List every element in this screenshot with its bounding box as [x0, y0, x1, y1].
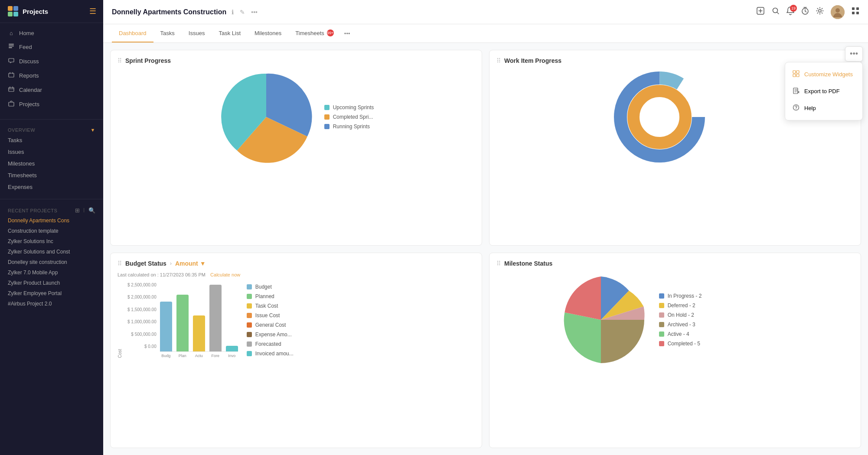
customize-icon	[792, 70, 800, 78]
svg-rect-23	[796, 74, 799, 77]
budget-chart-container: Cost $ 2,500,000.00 $ 2,000,000.00 $ 1,5…	[117, 283, 475, 358]
main-area: Donnelly Apartments Construction ℹ ✎ •••…	[103, 0, 868, 455]
running-dot	[324, 124, 330, 129]
task-cost-dot	[247, 303, 252, 309]
recent-project-zylker-const[interactable]: Zylker Solutions and Const	[0, 247, 103, 257]
overview-toggle[interactable]: ▼	[91, 127, 95, 133]
legend-completed: Completed Spri...	[324, 114, 374, 120]
edit-icon[interactable]: ✎	[239, 8, 246, 16]
more-icon[interactable]: •••	[250, 8, 258, 16]
recent-project-mobile[interactable]: Zylker 7.0 Mobile App	[0, 267, 103, 278]
overview-label: Overview	[8, 127, 35, 133]
drag-handle[interactable]: ⠿	[117, 57, 122, 64]
nav-more[interactable]: •••	[341, 25, 354, 42]
notification-icon[interactable]: 19	[786, 6, 794, 17]
svg-rect-6	[9, 47, 12, 48]
add-icon[interactable]	[756, 6, 765, 17]
filter-icon[interactable]: ⊞	[75, 207, 80, 214]
recent-project-donnelly[interactable]: Donnelly Apartments Cons	[0, 215, 103, 226]
bar-budget-fill	[160, 302, 172, 351]
tab-issues[interactable]: Issues	[182, 25, 212, 42]
recent-project-construction[interactable]: Construction template	[0, 226, 103, 236]
timer-icon[interactable]	[801, 7, 809, 17]
menu-icon[interactable]: ☰	[89, 6, 96, 16]
dropdown-help[interactable]: Help	[785, 100, 862, 117]
notification-badge: 19	[790, 5, 797, 12]
sidebar-item-milestones[interactable]: Milestones	[0, 158, 103, 169]
bar-planned-fill	[176, 295, 189, 351]
topbar: Donnelly Apartments Construction ℹ ✎ •••…	[103, 0, 868, 24]
sidebar-item-label: Discuss	[19, 58, 39, 65]
sidebar-item-tasks[interactable]: Tasks	[0, 134, 103, 146]
legend-general-cost: General Cost	[247, 322, 294, 328]
legend-completed: Completed - 5	[659, 341, 702, 347]
svg-point-29	[641, 99, 678, 135]
legend-expense-amount: Expense Amo...	[247, 332, 294, 338]
calculate-now-link[interactable]: Calculate now	[210, 272, 240, 277]
sidebar-item-discuss[interactable]: Discuss	[0, 54, 103, 68]
tab-milestones[interactable]: Milestones	[248, 25, 288, 42]
x-label-budg: Budg	[160, 354, 172, 358]
tab-timesheets[interactable]: Timesheets 99+	[288, 24, 341, 42]
recent-project-airbus[interactable]: #Airbus Project 2.0	[0, 299, 103, 309]
sidebar-item-reports[interactable]: Reports	[0, 68, 103, 83]
dashboard-more-button[interactable]: •••	[845, 46, 863, 62]
sidebar-item-projects[interactable]: Projects	[0, 97, 103, 111]
drag-handle[interactable]: ⠿	[117, 260, 122, 267]
bar-actual-fill	[193, 315, 205, 351]
search-icon[interactable]	[772, 7, 780, 17]
legend-planned: Planned	[247, 293, 294, 299]
drag-handle[interactable]: ⠿	[496, 260, 501, 267]
sidebar-item-issues[interactable]: Issues	[0, 146, 103, 158]
recent-project-launch[interactable]: Zylker Product Launch	[0, 278, 103, 288]
logo-icon	[7, 5, 19, 17]
timesheets-badge: 99+	[327, 29, 334, 36]
sidebar-item-calendar[interactable]: Calendar	[0, 83, 103, 97]
recent-project-employee[interactable]: Zylker Employee Portal	[0, 288, 103, 299]
search-icon[interactable]: 🔍	[88, 207, 96, 214]
recent-project-zylker-solutions[interactable]: Zylker Solutions Inc	[0, 236, 103, 247]
divider2	[0, 199, 103, 199]
user-avatar[interactable]	[831, 5, 845, 19]
bar-budget	[160, 302, 172, 351]
recent-project-donelley[interactable]: Donelley site construction	[0, 257, 103, 267]
dashboard-content: ••• Customize Widgets Export to PDF Help	[103, 43, 868, 455]
svg-rect-4	[9, 44, 14, 45]
sidebar-item-expenses[interactable]: Expenses	[0, 181, 103, 193]
sidebar-item-home[interactable]: ⌂ Home	[0, 26, 103, 40]
bars-area	[160, 283, 238, 352]
legend-task-cost: Task Cost	[247, 303, 294, 309]
sidebar-item-label: Home	[19, 30, 34, 36]
tab-task-list[interactable]: Task List	[212, 25, 248, 42]
tab-tasks[interactable]: Tasks	[153, 25, 182, 42]
settings-icon[interactable]	[816, 7, 824, 17]
legend-upcoming: Upcoming Sprints	[324, 104, 374, 110]
tab-dashboard[interactable]: Dashboard	[112, 25, 153, 42]
grid-apps-icon[interactable]	[852, 7, 859, 17]
recent-projects-section: Recent Projects ⊞ | 🔍	[0, 202, 103, 215]
drag-handle[interactable]: ⠿	[496, 57, 501, 64]
sidebar-item-feed[interactable]: Feed	[0, 40, 103, 54]
sidebar: Projects ☰ ⌂ Home Feed Discuss Reports	[0, 0, 103, 455]
svg-rect-19	[856, 12, 859, 14]
sprint-legend: Upcoming Sprints Completed Spri... Runni…	[324, 104, 374, 130]
dropdown-export-pdf[interactable]: Export to PDF	[785, 83, 862, 100]
svg-rect-21	[796, 71, 799, 73]
topbar-left: Donnelly Apartments Construction ℹ ✎ •••	[112, 8, 258, 16]
app-logo[interactable]: Projects	[7, 5, 48, 17]
sprint-progress-widget: ⠿ Sprint Progress Upcoming Sprints	[110, 50, 482, 246]
info-icon[interactable]: ℹ	[231, 8, 235, 16]
sidebar-item-timesheets[interactable]: Timesheets	[0, 169, 103, 181]
completed-dot	[659, 341, 664, 346]
sidebar-header: Projects ☰	[0, 0, 103, 23]
budget-widget-header: ⠿ Budget Status › Amount ▼	[117, 260, 475, 267]
project-title: Donnelly Apartments Construction	[112, 8, 226, 16]
svg-rect-9	[9, 102, 14, 106]
budget-amount-btn[interactable]: Amount ▼	[175, 260, 206, 267]
svg-rect-16	[852, 7, 855, 10]
dropdown-customize-widgets[interactable]: Customize Widgets	[785, 66, 862, 83]
svg-rect-1	[13, 6, 18, 11]
x-label-fore: Fore	[209, 354, 222, 358]
feed-icon	[8, 43, 15, 51]
svg-point-13	[819, 10, 821, 12]
